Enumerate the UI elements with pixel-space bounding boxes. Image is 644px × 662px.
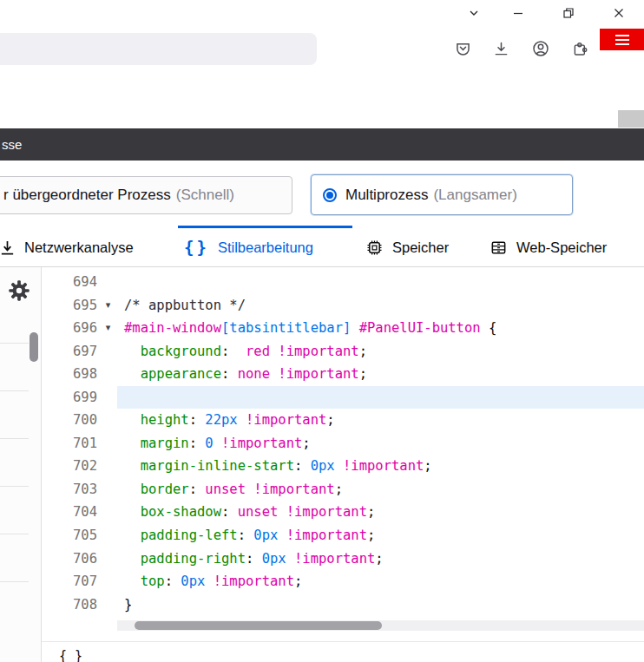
close-icon[interactable] — [594, 0, 644, 26]
list-separator — [0, 486, 29, 487]
line-number: 697 — [42, 340, 99, 364]
code-line[interactable]: 708} — [42, 593, 644, 617]
radio-selected-icon[interactable] — [323, 188, 337, 202]
account-icon[interactable] — [529, 36, 553, 61]
chevron-down-icon[interactable] — [455, 0, 493, 26]
prettify-source-button[interactable]: { } — [59, 648, 82, 662]
horizontal-scrollbar-thumb[interactable] — [135, 621, 382, 630]
menu-button[interactable] — [600, 29, 644, 50]
code-line[interactable]: 694 — [42, 271, 644, 294]
hamburger-icon — [615, 35, 629, 36]
fold-spacer — [99, 547, 117, 571]
tab-label: Netzwerkanalyse — [24, 239, 134, 256]
tab-label: Speicher — [392, 239, 449, 256]
code-text — [117, 386, 644, 410]
code-text: background: red !important; — [117, 340, 644, 364]
fold-arrow-icon[interactable]: ▾ — [99, 317, 117, 340]
url-bar[interactable] — [0, 33, 317, 65]
extensions-icon[interactable] — [568, 36, 592, 61]
window-controls — [455, 0, 644, 26]
fold-spacer — [99, 432, 117, 456]
browser-window: sse r übergeordneter Prozess (Schnell) M… — [0, 0, 644, 662]
style-editor-icon: {} — [184, 238, 209, 257]
fold-spacer — [99, 455, 117, 478]
line-number: 701 — [42, 432, 99, 456]
code-text: height: 22px !important; — [117, 409, 644, 432]
list-separator — [0, 438, 29, 439]
tab-stilbearbeitung[interactable]: {} Stilbearbeitung — [184, 228, 313, 266]
code-lines: 694695▾/* appbutton */696▾#main-window[t… — [42, 271, 644, 616]
code-line[interactable]: 699 — [42, 386, 644, 410]
code-text: #main-window[tabsintitlebar] #PanelUI-bu… — [117, 317, 644, 340]
code-line[interactable]: 695▾/* appbutton */ — [42, 294, 644, 318]
fold-spacer — [99, 409, 117, 432]
code-line[interactable]: 705 padding-left: 0px !important; — [42, 524, 644, 547]
code-line[interactable]: 701 margin: 0 !important; — [42, 432, 644, 456]
line-number: 696 — [42, 317, 99, 340]
fold-spacer — [99, 340, 117, 364]
css-source-editor[interactable]: 694695▾/* appbutton */696▾#main-window[t… — [42, 267, 644, 662]
code-line[interactable]: 698 appearance: none !important; — [42, 363, 644, 386]
titlebar — [0, 0, 644, 29]
line-number: 707 — [42, 570, 99, 593]
devtools-tabbar: Netzwerkanalyse {} Stilbearbeitung Speic… — [0, 226, 644, 267]
toolbox-header: sse — [0, 128, 644, 161]
code-line[interactable]: 700 height: 22px !important; — [42, 409, 644, 432]
fold-spacer — [99, 271, 117, 294]
option-label: Multiprozess — [345, 187, 428, 204]
stylesheet-list-sidebar — [0, 267, 42, 662]
line-number: 698 — [42, 363, 99, 386]
code-line[interactable]: 702 margin-inline-start: 0px !important; — [42, 455, 644, 478]
fold-spacer — [99, 363, 117, 386]
line-number: 700 — [42, 409, 99, 432]
tab-speicher[interactable]: Speicher — [365, 228, 449, 266]
toolbox-header-text: sse — [2, 137, 22, 152]
code-line[interactable]: 707 top: 0px !important; — [42, 570, 644, 593]
code-line[interactable]: 706 padding-right: 0px !important; — [42, 547, 644, 571]
fold-arrow-icon[interactable]: ▾ — [99, 294, 117, 318]
tab-label: Stilbearbeitung — [218, 239, 313, 256]
option-label: r übergeordneter Prozess — [3, 187, 171, 204]
fold-spacer — [99, 501, 117, 524]
code-line[interactable]: 704 box-shadow: unset !important; — [42, 501, 644, 524]
page-content: sse r übergeordneter Prozess (Schnell) M… — [0, 70, 644, 662]
fold-spacer — [99, 478, 117, 501]
editor-footer: { } — [42, 641, 644, 662]
list-separator — [0, 581, 29, 582]
process-option-multiprocess[interactable]: Multiprozess (Langsamer) — [311, 174, 573, 215]
code-line[interactable]: 703 border: unset !important; — [42, 478, 644, 501]
fold-spacer — [99, 593, 117, 617]
gear-icon[interactable] — [7, 279, 31, 303]
code-text: } — [117, 593, 644, 617]
minimize-icon[interactable] — [493, 0, 543, 26]
browser-toolbar — [0, 29, 644, 71]
tab-label: Web-Speicher — [516, 239, 607, 256]
horizontal-scrollbar[interactable] — [117, 620, 644, 631]
line-number: 702 — [42, 455, 99, 478]
sidebar-scrollbar-thumb[interactable] — [30, 332, 38, 362]
line-number: 699 — [42, 386, 99, 410]
network-icon — [0, 239, 16, 256]
code-text: margin-inline-start: 0px !important; — [117, 455, 644, 478]
download-icon[interactable] — [489, 36, 513, 61]
tab-web-speicher[interactable]: Web-Speicher — [490, 228, 607, 266]
tab-netzwerkanalyse[interactable]: Netzwerkanalyse — [0, 228, 134, 266]
code-text: padding-left: 0px !important; — [117, 524, 644, 547]
code-line[interactable]: 696▾#main-window[tabsintitlebar] #PanelU… — [42, 317, 644, 340]
process-option-parent[interactable]: r übergeordneter Prozess (Schnell) — [0, 176, 292, 214]
code-text: box-shadow: unset !important; — [117, 501, 644, 524]
line-number: 705 — [42, 524, 99, 547]
page-scrollbar[interactable] — [618, 110, 644, 128]
pocket-icon[interactable] — [450, 36, 475, 61]
restore-icon[interactable] — [543, 0, 594, 26]
code-text: padding-right: 0px !important; — [117, 547, 644, 571]
line-number: 706 — [42, 547, 99, 571]
list-separator — [0, 390, 29, 391]
code-line[interactable]: 697 background: red !important; — [42, 340, 644, 364]
line-number: 694 — [42, 271, 99, 294]
storage-icon — [490, 239, 508, 257]
style-editor-panel: 694695▾/* appbutton */696▾#main-window[t… — [0, 267, 644, 662]
option-hint: (Langsamer) — [433, 187, 516, 204]
line-number: 704 — [42, 501, 99, 524]
line-number: 708 — [42, 593, 99, 617]
